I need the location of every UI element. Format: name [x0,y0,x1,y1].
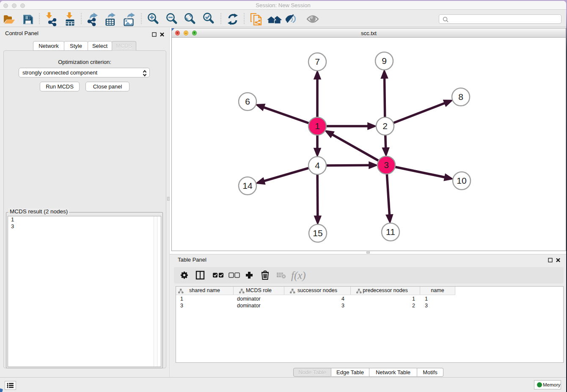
svg-text:7: 7 [315,57,320,66]
svg-text:f(x): f(x) [291,270,306,282]
svg-text:8: 8 [458,92,463,102]
svg-text:9: 9 [382,56,387,66]
svg-text:2: 2 [383,121,388,131]
svg-text:1: 1 [315,121,320,131]
svg-text:10: 10 [457,176,466,185]
svg-text:6: 6 [245,97,250,106]
svg-text:14: 14 [242,181,253,190]
svg-text:15: 15 [313,228,322,238]
svg-text:4: 4 [315,160,320,170]
svg-text:11: 11 [386,227,395,237]
svg-text:3: 3 [384,160,389,170]
